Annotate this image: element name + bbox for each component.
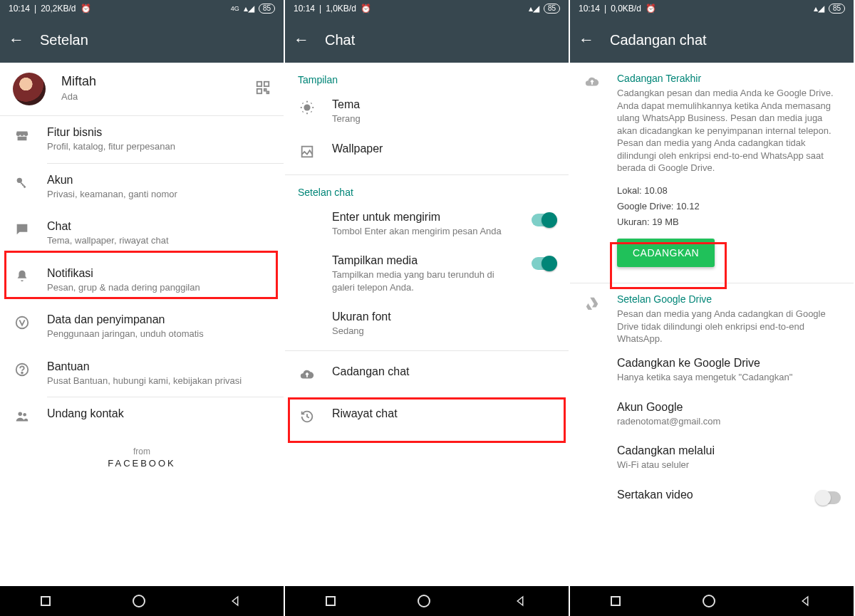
settings-item-business[interactable]: Fitur bisnis Profil, katalog, fitur perp… (0, 116, 284, 163)
backup-item-video[interactable]: Sertakan video (570, 480, 854, 513)
cloud-upload-icon (584, 74, 600, 92)
gdrive-section: Setelan Google Drive Pesan dan media yan… (570, 283, 854, 348)
item-sub: Tampilkan media yang baru terunduh di ga… (332, 268, 516, 293)
settings-item-invite[interactable]: Undang kontak (0, 397, 284, 437)
item-title: Sertakan video (617, 489, 801, 501)
svg-rect-3 (264, 89, 266, 91)
backup-button[interactable]: CADANGKAN (617, 239, 715, 267)
item-sub: Tombol Enter akan mengirim pesan Anda (332, 225, 516, 238)
chat-item-history[interactable]: Riwayat chat (285, 399, 569, 435)
action-bar: ← Chat (285, 17, 569, 63)
back-icon[interactable]: ← (9, 31, 24, 49)
item-sub: Profil, katalog, fitur perpesanan (47, 140, 271, 153)
nav-recent-icon[interactable] (41, 596, 51, 606)
item-title: Cadangkan melalui (617, 444, 841, 457)
item-title: Tampilkan media (332, 254, 516, 267)
item-title: Wallpaper (332, 142, 556, 155)
help-icon (14, 362, 30, 380)
nav-bar (570, 586, 854, 616)
qr-icon[interactable] (255, 73, 271, 99)
theme-icon (299, 100, 315, 118)
chat-item-backup[interactable]: Cadangan chat (285, 351, 569, 399)
settings-item-help[interactable]: Bantuan Pusat Bantuan, hubungi kami, keb… (0, 350, 284, 397)
alarm-icon: ⏰ (81, 4, 91, 14)
backup-last-section: Cadangan Terakhir Cadangkan pesan dan me… (570, 63, 854, 271)
bell-icon (14, 268, 30, 286)
chat-item-theme[interactable]: Tema Terang (285, 90, 569, 134)
screen-chat: 10:14 | 1,0KB/d ⏰ ▴◢ 85 ← Chat Tampilan … (285, 0, 570, 616)
nav-back-icon[interactable] (797, 593, 813, 609)
status-time: 10:14 (9, 4, 30, 14)
item-sub: Hanya ketika saya mengetuk "Cadangkan" (617, 371, 841, 384)
item-title: Fitur bisnis (47, 126, 271, 139)
profile-row[interactable]: Miftah Ada (0, 63, 284, 115)
item-sub: Tema, wallpaper, riwayat chat (47, 234, 271, 247)
status-rate: 20,2KB/d (41, 4, 76, 14)
item-title: Tema (332, 98, 556, 111)
footer-brand: FACEBOOK (0, 458, 284, 483)
backup-size: Ukuran: 19 MB (617, 216, 841, 229)
chat-item-font[interactable]: Ukuran font Sedang (285, 302, 569, 346)
alarm-icon: ⏰ (646, 4, 656, 14)
signal-icon: ▴◢ (244, 4, 254, 14)
item-title: Ukuran font (332, 310, 556, 323)
svg-rect-2 (257, 89, 261, 93)
nav-home-icon[interactable] (418, 595, 430, 607)
backup-item-via[interactable]: Cadangkan melalui Wi-Fi atau seluler (570, 436, 854, 480)
settings-item-notifications[interactable]: Notifikasi Pesan, grup & nada dering pan… (0, 257, 284, 304)
settings-item-account[interactable]: Akun Privasi, keamanan, ganti nomor (0, 164, 284, 211)
item-title: Cadangkan ke Google Drive (617, 357, 841, 370)
section-chat-settings: Setelan chat (285, 175, 569, 202)
backup-item-to-drive[interactable]: Cadangkan ke Google Drive Hanya ketika s… (570, 348, 854, 392)
nav-home-icon[interactable] (133, 595, 145, 607)
back-icon[interactable]: ← (294, 31, 309, 49)
svg-rect-1 (264, 82, 269, 86)
svg-point-9 (19, 412, 23, 417)
section-last-backup: Cadangan Terakhir (617, 73, 841, 84)
chat-icon (14, 221, 30, 239)
svg-rect-4 (267, 92, 269, 94)
signal-icon: ▴◢ (814, 4, 824, 14)
footer-from: from (0, 437, 284, 458)
chat-item-media[interactable]: Tampilkan media Tampilkan media yang bar… (285, 246, 569, 302)
alarm-icon: ⏰ (361, 4, 371, 14)
nav-recent-icon[interactable] (326, 596, 336, 606)
section-gdrive: Setelan Google Drive (617, 293, 841, 305)
item-sub: Sedang (332, 325, 556, 338)
toggle-media[interactable] (532, 257, 556, 270)
item-title: Riwayat chat (332, 407, 556, 420)
settings-item-chat[interactable]: Chat Tema, wallpaper, riwayat chat (0, 210, 284, 257)
chat-item-wallpaper[interactable]: Wallpaper (285, 134, 569, 170)
data-icon (14, 315, 30, 333)
network-icon: 4G (231, 5, 239, 12)
back-icon[interactable]: ← (579, 31, 594, 49)
toggle-video[interactable] (817, 491, 841, 504)
screen-backup: 10:14 | 0,0KB/d ⏰ ▴◢ 85 ← Cadangan chat … (570, 0, 855, 616)
item-sub: Wi-Fi atau seluler (617, 459, 841, 471)
section-display: Tampilan (285, 63, 569, 90)
toggle-enter[interactable] (532, 214, 556, 226)
status-time: 10:14 (294, 4, 315, 14)
nav-back-icon[interactable] (227, 593, 243, 609)
last-backup-desc: Cadangkan pesan dan media Anda ke Google… (617, 87, 841, 174)
settings-item-data[interactable]: Data dan penyimpanan Penggunaan jaringan… (0, 303, 284, 350)
status-bar: 10:14 | 0,0KB/d ⏰ ▴◢ 85 (570, 0, 854, 17)
nav-recent-icon[interactable] (611, 596, 621, 606)
item-title: Cadangan chat (332, 365, 556, 378)
status-bar: 10:14 | 20,2KB/d ⏰ 4G ▴◢ 85 (0, 0, 284, 17)
item-title: Bantuan (47, 360, 271, 373)
item-sub: radenotomat@gmail.com (617, 415, 841, 428)
nav-back-icon[interactable] (512, 593, 528, 609)
item-sub: Pesan, grup & nada dering panggilan (47, 281, 271, 294)
item-title: Chat (47, 220, 271, 233)
nav-home-icon[interactable] (703, 595, 715, 607)
key-icon (14, 175, 30, 193)
nav-bar (0, 586, 284, 616)
backup-item-account[interactable]: Akun Google radenotomat@gmail.com (570, 392, 854, 437)
status-rate: 1,0KB/d (326, 4, 356, 14)
item-title: Notifikasi (47, 267, 271, 280)
page-title: Chat (325, 32, 355, 48)
chat-item-enter[interactable]: Enter untuk mengirim Tombol Enter akan m… (285, 202, 569, 246)
svg-point-6 (16, 317, 28, 329)
item-title: Akun (47, 174, 271, 187)
